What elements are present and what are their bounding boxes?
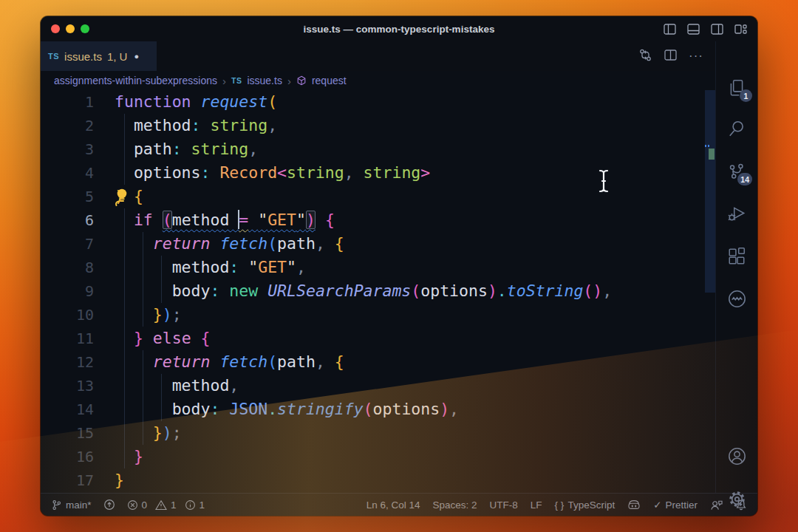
formatter-label: Prettier — [665, 499, 698, 511]
warning-count: 1 — [171, 499, 177, 511]
code-line-13[interactable]: 13 method, — [41, 374, 715, 398]
code-line-4[interactable]: 4 options: Record<string, string> — [41, 161, 715, 185]
problems-item[interactable]: 0 1 1 — [127, 499, 205, 511]
editor-scrollbar[interactable] — [705, 90, 715, 493]
encoding[interactable]: UTF-8 — [490, 499, 518, 511]
braces-icon: { } — [555, 499, 565, 511]
more-actions-icon[interactable]: ··· — [689, 49, 703, 64]
indentation[interactable]: Spaces: 2 — [433, 499, 477, 511]
explorer-icon[interactable]: 1 — [726, 77, 748, 99]
line-number: 3 — [41, 137, 94, 161]
code-line-5[interactable]: 5) { — [41, 185, 715, 208]
line-number: 12 — [41, 350, 94, 374]
line-number: 2 — [41, 114, 94, 137]
code-line-6[interactable]: 6 if (method = "GET") { — [41, 208, 715, 232]
extension-squiggle-icon[interactable] — [726, 287, 748, 310]
code-lines: 1function request(2 method: string,3 pat… — [41, 90, 715, 492]
line-number: 11 — [41, 327, 94, 350]
overview-info-marker — [705, 145, 711, 147]
language-mode[interactable]: { } TypeScript — [555, 499, 615, 511]
line-number: 5 — [41, 185, 94, 208]
line-number: 1 — [41, 90, 94, 114]
error-count: 0 — [142, 499, 148, 511]
info-icon — [185, 499, 196, 511]
code-line-2[interactable]: 2 method: string, — [41, 114, 715, 137]
code-line-12[interactable]: 12 return fetch(path, { — [41, 350, 715, 374]
breadcrumb-symbol[interactable]: request — [312, 75, 347, 86]
window-title: issue.ts — common-typescript-mistakes — [41, 24, 757, 35]
line-number: 15 — [41, 421, 94, 445]
line-number: 9 — [41, 279, 94, 303]
search-icon[interactable] — [726, 117, 748, 140]
line-number: 16 — [41, 445, 94, 468]
breadcrumb-folder[interactable]: assignments-within-subexpressions — [54, 75, 217, 86]
tab-issue-ts[interactable]: TS issue.ts 1, U ● — [41, 41, 157, 71]
typescript-file-icon: TS — [231, 76, 242, 85]
extensions-icon[interactable] — [726, 245, 748, 267]
eol-sequence[interactable]: LF — [531, 499, 542, 511]
code-line-16[interactable]: 16 } — [41, 445, 715, 468]
typescript-file-icon: TS — [48, 52, 59, 61]
account-icon[interactable] — [726, 445, 748, 467]
activity-bar: 1 14 — [715, 41, 757, 493]
source-control-icon[interactable]: 14 — [726, 160, 748, 183]
line-number: 6 — [41, 208, 94, 232]
feedback-icon[interactable] — [710, 499, 723, 511]
open-changes-icon[interactable] — [638, 48, 652, 65]
breadcrumb: assignments-within-subexpressions › TS i… — [41, 71, 715, 90]
symbol-method-icon — [296, 75, 307, 86]
zoom-button[interactable] — [81, 24, 89, 33]
chevron-right-icon: › — [287, 75, 291, 87]
code-line-10[interactable]: 10 }); — [41, 303, 715, 327]
code-line-3[interactable]: 3 path: string, — [41, 137, 715, 161]
code-line-7[interactable]: 7 return fetch(path, { — [41, 232, 715, 256]
panel-right-icon[interactable] — [711, 24, 723, 35]
chevron-right-icon: › — [222, 75, 226, 87]
code-line-8[interactable]: 8 method: "GET", — [41, 256, 715, 279]
code-line-17[interactable]: 17} — [41, 468, 715, 492]
source-control-badge: 14 — [737, 173, 752, 185]
code-line-14[interactable]: 14 body: JSON.stringify(options), — [41, 398, 715, 421]
line-number: 7 — [41, 232, 94, 256]
warning-icon — [155, 499, 167, 511]
tab-label: issue.ts — [64, 50, 102, 63]
minimize-button[interactable] — [66, 24, 75, 33]
check-icon: ✓ — [653, 499, 661, 511]
traffic-lights — [51, 24, 89, 33]
code-line-11[interactable]: 11 } else { — [41, 327, 715, 350]
copilot-icon[interactable] — [627, 499, 641, 511]
panel-left-icon[interactable] — [664, 24, 676, 35]
status-bar: main* 0 1 1 Ln 6, Col 14 Spaces: 2 UTF-8… — [41, 493, 757, 516]
error-icon — [127, 499, 138, 511]
cursor-position[interactable]: Ln 6, Col 14 — [366, 499, 420, 511]
line-number: 10 — [41, 303, 94, 327]
settings-gear-icon[interactable] — [726, 488, 748, 510]
code-line-9[interactable]: 9 body: new URLSearchParams(options).toS… — [41, 279, 715, 303]
code-editor[interactable]: 1function request(2 method: string,3 pat… — [41, 90, 715, 493]
close-button[interactable] — [51, 24, 60, 33]
formatter-item[interactable]: ✓ Prettier — [653, 499, 698, 511]
run-and-debug-icon[interactable] — [726, 202, 748, 225]
explorer-badge: 1 — [740, 89, 752, 102]
panel-bottom-icon[interactable] — [687, 24, 700, 35]
tab-bar: TS issue.ts 1, U ● ··· — [41, 41, 715, 71]
scrollbar-thumb[interactable] — [705, 90, 715, 293]
git-branch-item[interactable]: main* — [51, 499, 92, 511]
title-bar[interactable]: issue.ts — common-typescript-mistakes — [41, 16, 757, 41]
language-label: TypeScript — [567, 499, 615, 511]
dirty-indicator-icon[interactable]: ● — [134, 52, 139, 61]
code-line-1[interactable]: 1function request( — [41, 90, 715, 114]
desktop-wallpaper: issue.ts — common-typescript-mistakes TS… — [0, 0, 798, 532]
breadcrumb-file[interactable]: issue.ts — [247, 75, 282, 86]
split-editor-icon[interactable] — [664, 50, 677, 64]
tab-git-decoration: 1, U — [107, 50, 128, 63]
line-number: 17 — [41, 468, 94, 492]
code-line-15[interactable]: 15 }); — [41, 421, 715, 445]
line-number: 13 — [41, 374, 94, 398]
customize-layout-icon[interactable] — [734, 24, 747, 35]
line-number: 8 — [41, 256, 94, 279]
info-count: 1 — [200, 499, 205, 511]
sync-icon[interactable] — [103, 499, 115, 511]
overview-warning-marker — [709, 149, 715, 160]
notifications-bell-icon[interactable] — [735, 499, 747, 511]
